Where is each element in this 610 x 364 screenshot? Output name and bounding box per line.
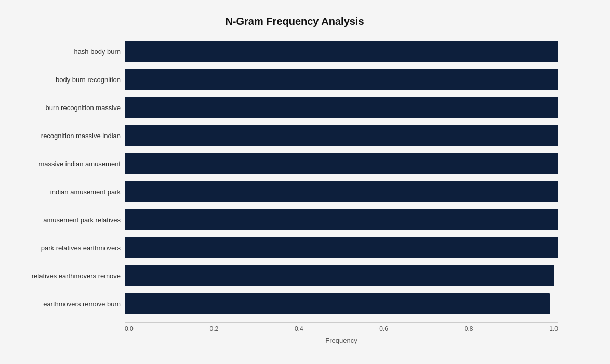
bar bbox=[125, 209, 558, 230]
chart-title: N-Gram Frequency Analysis bbox=[0, 10, 589, 28]
bar bbox=[125, 41, 558, 62]
bar bbox=[125, 293, 550, 314]
bar-row: hash body burn bbox=[125, 38, 558, 65]
bar bbox=[125, 153, 558, 174]
bar bbox=[125, 69, 558, 90]
bar-row: amusement park relatives bbox=[125, 206, 558, 233]
bar-label: earthmovers remove burn bbox=[1, 300, 121, 308]
bar-label: recognition massive indian bbox=[1, 132, 121, 140]
x-tick: 0.6 bbox=[379, 325, 388, 332]
bar-label: burn recognition massive bbox=[1, 104, 121, 112]
bar-label: body burn recognition bbox=[1, 76, 121, 84]
bar-row: body burn recognition bbox=[125, 66, 558, 93]
bar-row: earthmovers remove burn bbox=[125, 290, 558, 317]
bar-row: indian amusement park bbox=[125, 178, 558, 205]
bar-label: hash body burn bbox=[1, 48, 121, 56]
x-tick: 0.0 bbox=[125, 325, 134, 332]
bar-label: relatives earthmovers remove bbox=[1, 272, 121, 280]
bar-label: park relatives earthmovers bbox=[1, 244, 121, 252]
x-tick: 0.4 bbox=[295, 325, 303, 332]
bar bbox=[125, 181, 558, 202]
x-axis: 0.00.20.40.60.81.0 bbox=[125, 322, 558, 332]
bar bbox=[125, 237, 558, 258]
bar-row: massive indian amusement bbox=[125, 150, 558, 177]
bar-row: burn recognition massive bbox=[125, 94, 558, 121]
x-tick: 0.2 bbox=[209, 325, 218, 332]
chart-area: hash body burnbody burn recognitionburn … bbox=[125, 38, 558, 318]
x-tick: 0.8 bbox=[465, 325, 473, 332]
bar-label: indian amusement park bbox=[1, 188, 121, 196]
bar-row: recognition massive indian bbox=[125, 122, 558, 149]
x-axis-label: Frequency bbox=[125, 336, 558, 344]
bar-label: massive indian amusement bbox=[1, 160, 121, 168]
x-tick: 1.0 bbox=[549, 325, 558, 332]
bar-label: amusement park relatives bbox=[1, 216, 121, 224]
bar-row: park relatives earthmovers bbox=[125, 234, 558, 261]
bar-row: relatives earthmovers remove bbox=[125, 262, 558, 289]
bar bbox=[125, 97, 558, 118]
bars-wrapper: hash body burnbody burn recognitionburn … bbox=[0, 38, 589, 318]
bar bbox=[125, 265, 554, 286]
bar bbox=[125, 125, 558, 146]
chart-container: N-Gram Frequency Analysis hash body burn… bbox=[0, 0, 610, 364]
